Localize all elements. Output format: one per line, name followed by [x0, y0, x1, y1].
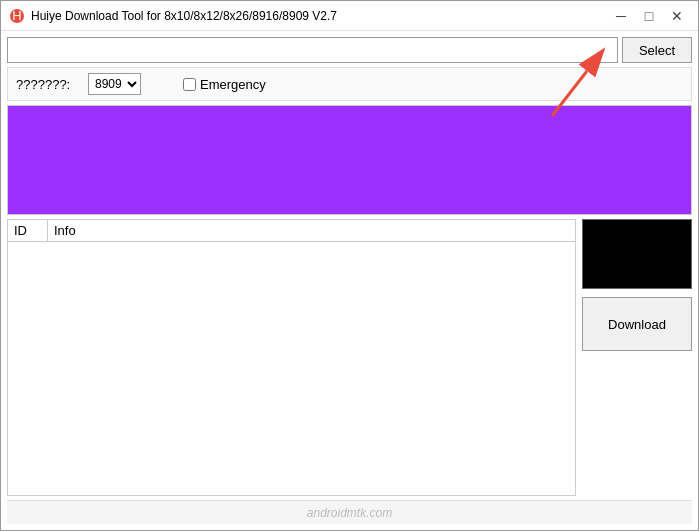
- content-area: Select ???????: 8909 8916: [1, 31, 698, 530]
- col-id-header: ID: [8, 220, 48, 241]
- options-row: ???????: 8909 8916 8x10 8x12 8x26 Emerge…: [7, 67, 692, 101]
- window-controls: ─ □ ✕: [608, 5, 690, 27]
- maximize-button[interactable]: □: [636, 5, 662, 27]
- minimize-button[interactable]: ─: [608, 5, 634, 27]
- chip-dropdown-container: 8909 8916 8x10 8x12 8x26: [88, 73, 141, 95]
- file-row: Select: [7, 37, 692, 63]
- bottom-section: ID Info Download: [7, 219, 692, 496]
- window-title: Huiye Download Tool for 8x10/8x12/8x26/8…: [31, 9, 608, 23]
- main-window: H Huiye Download Tool for 8x10/8x12/8x26…: [0, 0, 699, 531]
- emergency-container: Emergency: [183, 77, 266, 92]
- col-info-header: Info: [48, 220, 575, 241]
- file-path-input[interactable]: [7, 37, 618, 63]
- right-panel: Download: [582, 219, 692, 496]
- close-button[interactable]: ✕: [664, 5, 690, 27]
- title-bar: H Huiye Download Tool for 8x10/8x12/8x26…: [1, 1, 698, 31]
- chip-label: ???????:: [16, 77, 76, 92]
- watermark-text: androidmtk.com: [307, 506, 392, 520]
- table-header: ID Info: [8, 220, 575, 242]
- watermark-bar: androidmtk.com: [7, 500, 692, 524]
- select-button[interactable]: Select: [622, 37, 692, 63]
- emergency-label: Emergency: [200, 77, 266, 92]
- purple-display-area: [7, 105, 692, 215]
- preview-box: [582, 219, 692, 289]
- svg-text:H: H: [12, 8, 21, 23]
- log-table: ID Info: [7, 219, 576, 496]
- chip-select[interactable]: 8909 8916 8x10 8x12 8x26: [88, 73, 141, 95]
- table-body: [8, 242, 575, 495]
- app-icon: H: [9, 8, 25, 24]
- download-button[interactable]: Download: [582, 297, 692, 351]
- emergency-checkbox[interactable]: [183, 78, 196, 91]
